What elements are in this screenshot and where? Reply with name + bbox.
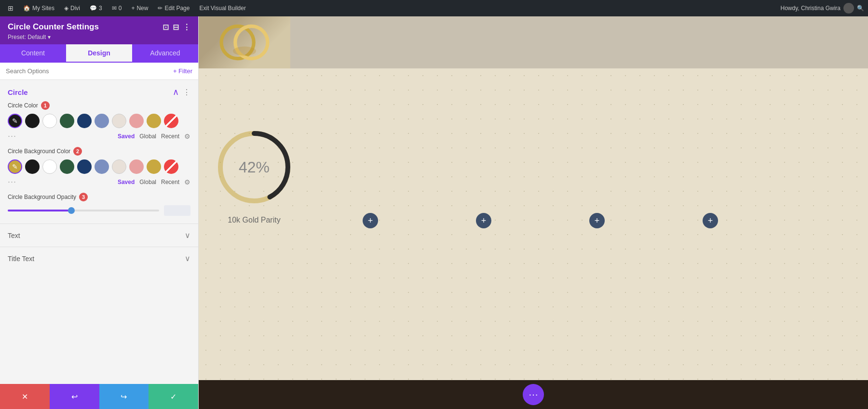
rings-svg	[216, 19, 273, 66]
color-swatch-green[interactable]	[60, 114, 74, 128]
circle-color-field: Circle Color 1 ✎	[0, 101, 198, 147]
title-text-chevron-icon: ∨	[185, 254, 190, 263]
opacity-badge: 3	[79, 193, 88, 201]
search-bar: + Filter	[0, 63, 198, 80]
house-icon: 🏠	[23, 5, 30, 12]
search-icon[interactable]: 🔍	[857, 5, 864, 12]
filter-button[interactable]: + Filter	[173, 67, 192, 75]
circle-color-label: Circle Color 1	[8, 101, 190, 110]
circle-color-swatches: ✎	[8, 114, 190, 128]
svg-point-2	[233, 46, 256, 55]
opacity-slider-track[interactable]	[8, 210, 159, 211]
redo-button[interactable]: ↪	[99, 384, 149, 409]
chat-icon: ✉	[112, 5, 117, 12]
add-column-button-2[interactable]: +	[476, 213, 491, 228]
edit-page-button[interactable]: ✏ Edit Page	[154, 3, 193, 13]
circle-bg-color-swatches: ✎	[8, 159, 190, 174]
bg-color-swatch-navy[interactable]	[77, 159, 92, 174]
bg-color-swatch-cream[interactable]	[112, 159, 126, 174]
opacity-slider-fill	[8, 210, 71, 211]
color-swatch-black[interactable]	[25, 114, 40, 128]
bg-recent-label[interactable]: Recent	[161, 179, 179, 185]
color-swatch-navy[interactable]	[77, 114, 92, 128]
canvas-main-section: 42% 10k Gold Parity + + + +	[199, 68, 868, 380]
saved-label[interactable]: Saved	[118, 133, 135, 140]
undo-button[interactable]: ↩	[50, 384, 99, 409]
my-sites-menu[interactable]: 🏠 My Sites	[19, 3, 58, 13]
save-button[interactable]: ✓	[149, 384, 198, 409]
canvas-top-section	[199, 16, 868, 68]
circle-section-header[interactable]: Circle ∧ ⋮	[0, 80, 198, 101]
sidebar-content: Circle ∧ ⋮ Circle Color 1 ✎	[0, 80, 198, 384]
color-swatch-none[interactable]	[164, 114, 178, 128]
add-column-button-3[interactable]: +	[589, 213, 605, 228]
color-swatch-periwinkle[interactable]	[95, 114, 109, 128]
global-label[interactable]: Global	[139, 133, 156, 140]
tab-advanced[interactable]: Advanced	[132, 44, 198, 63]
color-swatch-pink[interactable]	[129, 114, 144, 128]
collapse-icon[interactable]: ∧	[173, 87, 179, 97]
comments-menu[interactable]: 💬 3	[86, 3, 106, 13]
bg-color-swatch-periwinkle[interactable]	[95, 159, 109, 174]
bg-color-swatch-pink[interactable]	[129, 159, 144, 174]
new-button[interactable]: + New	[127, 3, 152, 13]
floating-action-button[interactable]: ⋯	[523, 384, 544, 405]
text-chevron-icon: ∨	[185, 231, 190, 240]
bg-color-swatch-white[interactable]	[42, 159, 57, 174]
opacity-slider-thumb[interactable]	[68, 207, 75, 214]
divi-menu[interactable]: ◈ Divi	[60, 3, 84, 13]
color-swatch-white[interactable]	[42, 114, 57, 128]
circle-bg-color-label: Circle Background Color 2	[8, 147, 190, 156]
sidebar-header: Circle Counter Settings ⊡ ⊟ ⋮ Preset: De…	[0, 16, 198, 44]
text-section-title: Text	[8, 232, 20, 239]
tab-content[interactable]: Content	[0, 44, 66, 63]
color-swatch-cream[interactable]	[112, 114, 126, 128]
more-icon[interactable]: ⋮	[183, 23, 190, 32]
user-area: Howdy, Christina Gwira 🔍	[781, 3, 864, 13]
counter-label-text: 10k Gold Parity	[228, 216, 280, 224]
bg-global-label[interactable]: Global	[139, 179, 156, 185]
circle-bg-color-badge: 2	[73, 147, 82, 156]
preset-selector[interactable]: Preset: Default ▾	[8, 34, 190, 40]
sidebar-title-row: Circle Counter Settings ⊡ ⊟ ⋮	[8, 22, 190, 32]
chat-menu[interactable]: ✉ 0	[108, 3, 126, 13]
tab-design[interactable]: Design	[66, 44, 132, 63]
section-more-icon[interactable]: ⋮	[183, 88, 190, 97]
more-swatches[interactable]: ···	[8, 131, 16, 141]
divi-icon: ◈	[64, 5, 68, 12]
avatar	[843, 3, 854, 13]
wp-logo[interactable]: ⊞	[4, 2, 17, 14]
circle-color-meta: ··· Saved Global Recent ⚙	[8, 131, 190, 141]
main-layout: Circle Counter Settings ⊡ ⊟ ⋮ Preset: De…	[0, 16, 868, 409]
pencil-icon: ✏	[158, 5, 163, 12]
add-column-button-1[interactable]: +	[363, 213, 378, 228]
bg-color-swatch-none[interactable]	[164, 159, 178, 174]
title-text-section[interactable]: Title Text ∨	[0, 247, 198, 270]
color-swatch-gold[interactable]	[147, 114, 161, 128]
circle-counter-widget: 42% 10k Gold Parity	[213, 126, 295, 224]
circle-color-badge: 1	[41, 101, 50, 110]
action-bar: ✕ ↩ ↪ ✓	[0, 384, 198, 409]
gear-icon[interactable]: ⚙	[184, 132, 190, 140]
bg-more-swatches[interactable]: ···	[8, 177, 16, 187]
circle-percentage-text: 42%	[213, 126, 295, 208]
recent-label[interactable]: Recent	[161, 133, 179, 140]
bg-color-swatch-green[interactable]	[60, 159, 74, 174]
opacity-value-input[interactable]: 0.5	[164, 205, 190, 216]
minimize-icon[interactable]: ⊡	[163, 23, 169, 32]
canvas-footer: ⋯	[199, 380, 868, 409]
search-input[interactable]	[6, 67, 169, 75]
text-section[interactable]: Text ∨	[0, 224, 198, 247]
cancel-button[interactable]: ✕	[0, 384, 50, 409]
add-column-button-4[interactable]: +	[703, 213, 718, 228]
bg-color-swatch-gold[interactable]	[147, 159, 161, 174]
bg-eyedropper-swatch[interactable]: ✎	[8, 159, 22, 174]
bg-saved-label[interactable]: Saved	[118, 179, 135, 185]
wordpress-icon: ⊞	[8, 4, 14, 12]
bg-gear-icon[interactable]: ⚙	[184, 178, 190, 186]
eyedropper-swatch[interactable]: ✎	[8, 114, 22, 128]
grid-icon[interactable]: ⊟	[173, 23, 179, 32]
bg-color-swatch-black[interactable]	[25, 159, 40, 174]
circle-container: 42%	[213, 126, 295, 208]
exit-builder-button[interactable]: Exit Visual Builder	[195, 3, 250, 13]
